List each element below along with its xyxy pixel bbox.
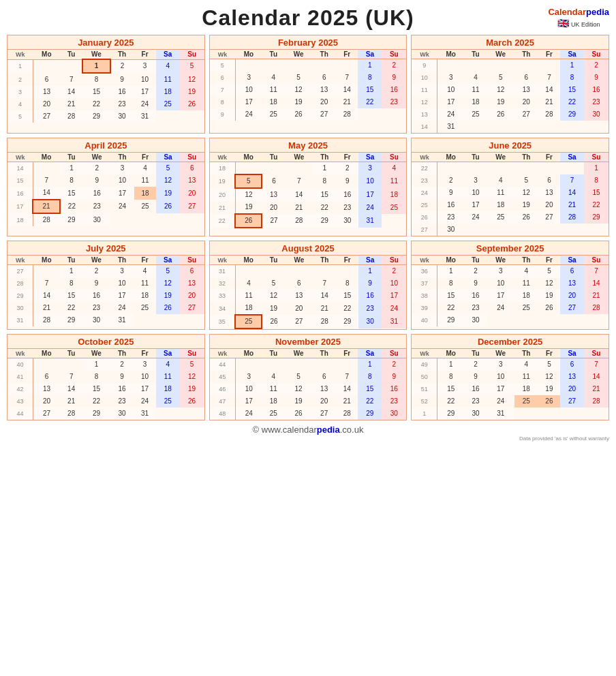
table-row: 15 7 8 9 10 11 12 13: [7, 174, 204, 187]
table-row: 33 11 12 13 14 15 16 17: [210, 290, 407, 302]
month-may: May 2025 Wk Mo Tu We Th Fr Sa Su: [209, 138, 407, 236]
table-row: 34 18 19 20 21 22 23 24: [210, 302, 407, 315]
table-row: 50 8 9 10 11 12 13 14: [412, 371, 609, 383]
table-row: 48 24 25 26 27 28 29 30: [210, 408, 407, 420]
month-table-january: Wk Mo Tu We Th Fr Sa Su 1: [7, 50, 204, 123]
page-title: Calendar 2025 (UK): [7, 5, 609, 31]
table-row: 3 13 14 15 16 17 18 19: [7, 86, 204, 98]
tu-header: Tu: [60, 50, 82, 59]
table-row: 44 27 28 29 30 31: [7, 408, 204, 420]
month-title-june: June 2025: [412, 138, 609, 153]
month-title-july: July 2025: [7, 241, 204, 256]
month-table-june: Wk Mo Tu We Th Fr Sa Su 22: [412, 153, 609, 236]
logo-pedia: pedia: [586, 7, 609, 17]
month-table-august: Wk Mo Tu We Th Fr Sa Su 31: [210, 256, 407, 329]
table-row: 27 30: [412, 224, 609, 236]
table-row: 11 10 11 12 13 14 15 16: [412, 84, 609, 96]
month-table-april: Wk Mo Tu We Th Fr Sa Su 14 1: [7, 153, 204, 226]
month-april: April 2025 Wk Mo Tu We Th Fr Sa Su: [7, 138, 205, 236]
table-row: 19 5 6 7 8 9 10 11: [210, 174, 407, 188]
table-row: 46 10 11 12 13 14 15 16: [210, 383, 407, 395]
table-row: 32 4 5 6 7 8 9 10: [210, 277, 407, 290]
table-row: 8 17 18 19 20 21 22 23: [210, 96, 407, 108]
th-header: Th: [110, 50, 134, 59]
calendar-grid: January 2025 Wk Mo Tu We Th Fr Sa Su: [7, 35, 609, 420]
month-title-january: January 2025: [7, 35, 204, 50]
fr-header: Fr: [134, 50, 155, 59]
table-row: 43 20 21 22 23 24 25 26: [7, 395, 204, 408]
month-table-september: Wk Mo Tu We Th Fr Sa Su 36 1 2: [412, 256, 609, 326]
table-row: 9 24 25 26 27 28: [210, 108, 407, 121]
table-row: 10 3 4 5 6 7 8 9: [412, 72, 609, 84]
month-table-february: Wk Mo Tu We Th Fr Sa Su 5: [210, 50, 407, 121]
footer: © www.calendarpedia.co.uk: [7, 425, 609, 435]
su-header: Su: [180, 50, 204, 59]
table-row: 2 6 7 8 9 10 11 12: [7, 73, 204, 86]
table-row: 49 1 2 3 4 5 6 7: [412, 358, 609, 371]
table-row: 35 25 26 27 28 29 30 31: [210, 315, 407, 328]
logo: Calendarpedia 🇬🇧 UK Edition: [548, 7, 609, 29]
month-table-october: Wk Mo Tu We Th Fr Sa Su 40: [7, 349, 204, 420]
month-november: November 2025 Wk Mo Tu We Th Fr Sa Su: [209, 334, 407, 420]
table-row: 18 1 2 3 4: [210, 162, 407, 175]
copyright-text: © www.calendar: [253, 425, 317, 435]
sa-header: Sa: [156, 50, 180, 59]
table-row: 21 19 20 21 22 23 24 25: [210, 201, 407, 214]
table-row: 39 22 23 24 25 26 27 28: [412, 302, 609, 314]
table-row: 27 1 2 3 4 5 6: [7, 265, 204, 278]
month-march: March 2025 Wk Mo Tu We Th Fr Sa Su: [411, 35, 609, 134]
table-row: 36 1 2 3 4 5 6 7: [412, 265, 609, 278]
table-row: 4 20 21 22 23 24 25 26: [7, 98, 204, 110]
wk-header: Wk: [7, 50, 33, 59]
table-row: 5 27 28 29 30 31: [7, 110, 204, 123]
table-row: 37 8 9 10 11 12 13 14: [412, 277, 609, 290]
month-table-july: Wk Mo Tu We Th Fr Sa Su 27 1: [7, 256, 204, 326]
table-row: 5 1 2: [210, 59, 407, 72]
table-row: 44 1 2: [210, 358, 407, 371]
month-january: January 2025 Wk Mo Tu We Th Fr Sa Su: [7, 35, 205, 134]
header: Calendar 2025 (UK) Calendarpedia 🇬🇧 UK E…: [7, 5, 609, 31]
table-row: 17 21 22 23 24 25 26 27: [7, 200, 204, 213]
table-row: 1 1 2 3 4 5: [7, 59, 204, 73]
logo-calendar: Calendar: [548, 7, 586, 17]
table-row: 9 1 2: [412, 59, 609, 72]
table-row: 20 12 13 14 15 16 17 18: [210, 188, 407, 201]
table-row: 47 17 18 19 20 21 22 23: [210, 395, 407, 408]
table-row: 7 10 11 12 13 14 15 16: [210, 84, 407, 96]
table-row: 51 15 16 17 18 19 20 21: [412, 383, 609, 395]
month-december: December 2025 Wk Mo Tu We Th Fr Sa Su: [411, 334, 609, 420]
month-table-may: Wk Mo Tu We Th Fr Sa Su 18: [210, 153, 407, 228]
month-august: August 2025 Wk Mo Tu We Th Fr Sa Su: [209, 241, 407, 330]
table-row: 31 1 2: [210, 265, 407, 278]
mo-header: Mo: [33, 50, 61, 59]
month-title-december: December 2025: [412, 335, 609, 349]
month-september: September 2025 Wk Mo Tu We Th Fr Sa Su: [411, 241, 609, 330]
table-row: 23 2 3 4 5 6 7 8: [412, 174, 609, 187]
month-title-april: April 2025: [7, 138, 204, 153]
month-title-october: October 2025: [7, 335, 204, 349]
table-row: 30 21 22 23 24 25 26 27: [7, 302, 204, 314]
table-row: 42 13 14 15 16 17 18 19: [7, 383, 204, 395]
month-july: July 2025 Wk Mo Tu We Th Fr Sa Su: [7, 241, 205, 330]
month-table-december: Wk Mo Tu We Th Fr Sa Su 49 1 2: [412, 349, 609, 420]
table-row: 6 3 4 5 6 7 8 9: [210, 72, 407, 84]
table-row: 41 6 7 8 9 10 11 12: [7, 371, 204, 383]
we-header: We: [82, 50, 110, 59]
table-row: 16 14 15 16 17 18 19 20: [7, 187, 204, 200]
logo-edition: UK Edition: [571, 21, 600, 28]
table-row: 29 14 15 16 17 18 19 20: [7, 290, 204, 302]
table-row: 13 24 25 26 27 28 29 30: [412, 108, 609, 121]
month-june: June 2025 Wk Mo Tu We Th Fr Sa Su: [411, 138, 609, 236]
month-title-march: March 2025: [412, 35, 609, 50]
table-row: 14 1 2 3 4 5 6: [7, 162, 204, 175]
table-row: 31 28 29 30 31: [7, 314, 204, 326]
table-row: 26 23 24 25 26 27 28 29: [412, 211, 609, 224]
table-row: 22 1: [412, 162, 609, 175]
table-row: 1 29 30 31: [412, 408, 609, 420]
flag-icon: 🇬🇧: [557, 18, 569, 29]
month-title-august: August 2025: [210, 241, 407, 256]
month-title-february: February 2025: [210, 35, 407, 50]
month-table-november: Wk Mo Tu We Th Fr Sa Su 44: [210, 349, 407, 420]
footer-domain: .co.uk: [340, 425, 364, 435]
month-table-march: Wk Mo Tu We Th Fr Sa Su 9: [412, 50, 609, 133]
